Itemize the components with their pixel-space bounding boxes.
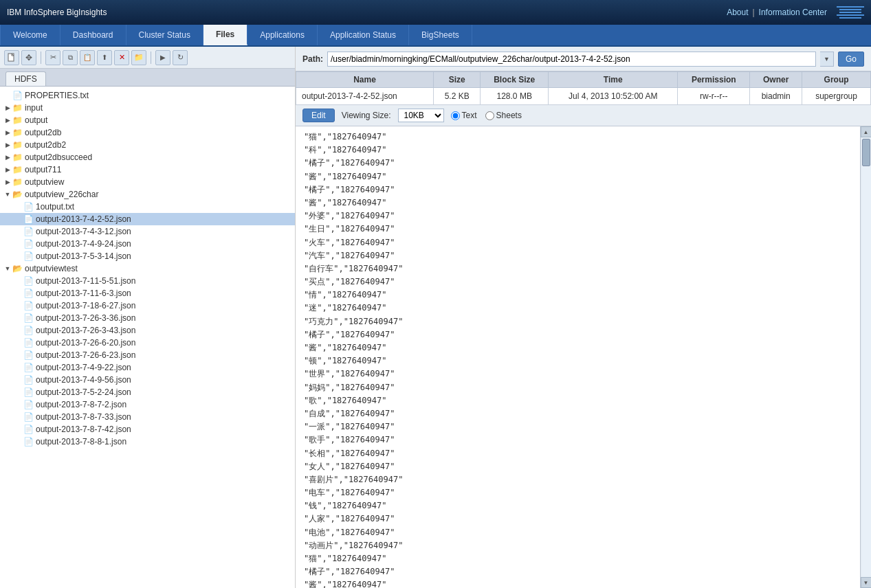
tree-item-output-2013-7-5-3-14[interactable]: 📄output-2013-7-5-3-14.json — [0, 250, 295, 262]
file-tree[interactable]: 📄PROPERTIES.txt ▶📁input ▶📁output ▶📁outpu… — [0, 87, 295, 588]
tab-applications[interactable]: Applications — [247, 25, 318, 45]
tree-toggle-icon[interactable]: ▶ — [3, 152, 12, 162]
content-line: "巧克力","1827640947" — [304, 315, 852, 328]
content-line: "电池","1827640947" — [304, 526, 852, 539]
tree-toggle-icon[interactable]: ▶ — [3, 177, 12, 187]
content-line: "电车","1827640947" — [304, 486, 852, 499]
file-icon: 📄 — [23, 375, 34, 385]
tab-bigsheets[interactable]: BigSheets — [409, 25, 472, 45]
tree-indent — [0, 400, 14, 409]
tree-item-label: output-2013-7-18-6-27.json — [36, 301, 135, 310]
tree-item-output-2013-7-4-9-22[interactable]: 📄output-2013-7-4-9-22.json — [0, 361, 295, 374]
tree-item-output-2013-7-4-2-52[interactable]: 📄output-2013-7-4-2-52.json — [0, 213, 295, 225]
tree-toggle-icon[interactable]: ▼ — [3, 264, 12, 273]
tree-item-output-2013-7-11-6-3[interactable]: 📄output-2013-7-11-6-3.json — [0, 287, 295, 299]
edit-button[interactable]: Edit — [302, 109, 335, 122]
svg-rect-0 — [837, 6, 864, 8]
refresh-button[interactable]: ↻ — [173, 50, 188, 65]
file-content[interactable]: "猫","1827640947""科","1827640947""橘子","18… — [296, 126, 860, 588]
content-line: "酱","1827640947" — [304, 578, 852, 588]
info-center-link[interactable]: Information Center — [759, 8, 827, 17]
tree-item-output-2013-7-4-9-56[interactable]: 📄output-2013-7-4-9-56.json — [0, 374, 295, 386]
file-table-cell-owner: biadmin — [750, 88, 802, 105]
delete-button[interactable]: ✕ — [114, 50, 129, 65]
hdfs-tab[interactable]: HDFS — [5, 71, 46, 86]
tree-item-output-2013-7-11-5-51[interactable]: 📄output-2013-7-11-5-51.json — [0, 275, 295, 287]
tab-files[interactable]: Files — [203, 25, 247, 45]
command-button[interactable]: ▶ — [155, 50, 170, 65]
tab-cluster-status[interactable]: Cluster Status — [126, 25, 203, 45]
tree-item-output-2013-7-8-7-42[interactable]: 📄output-2013-7-8-7-42.json — [0, 423, 295, 436]
tree-item-output[interactable]: ▶📁output — [0, 114, 295, 126]
scroll-track[interactable] — [861, 137, 871, 577]
upload-button[interactable]: ⬆ — [97, 50, 112, 65]
tree-toggle-icon[interactable]: ▶ — [3, 103, 12, 113]
tree-item-label: output2dbsucceed — [25, 152, 92, 162]
content-line: "橘子","1827640947" — [304, 183, 852, 196]
tree-item-output-2013-7-8-8-1[interactable]: 📄output-2013-7-8-8-1.json — [0, 436, 295, 448]
file-icon: 📄 — [23, 437, 34, 446]
tree-item-output-2013-7-4-9-24[interactable]: 📄output-2013-7-4-9-24.json — [0, 238, 295, 250]
scroll-down-button[interactable]: ▼ — [861, 577, 872, 588]
scroll-thumb[interactable] — [862, 139, 870, 166]
file-icon: 📄 — [23, 227, 34, 236]
tree-item-output-2013-7-8-7-2[interactable]: 📄output-2013-7-8-7-2.json — [0, 398, 295, 411]
tree-item-properties[interactable]: 📄PROPERTIES.txt — [0, 89, 295, 102]
new-folder-button[interactable]: 📁 — [131, 50, 146, 65]
new-file-button[interactable] — [4, 50, 19, 65]
path-dropdown-button[interactable]: ▼ — [820, 52, 834, 67]
content-line: "科","1827640947" — [304, 144, 852, 157]
tab-application-status[interactable]: Application Status — [318, 25, 409, 45]
content-line: "长相","1827640947" — [304, 447, 852, 460]
file-icon: 📄 — [23, 276, 34, 286]
path-input[interactable] — [327, 52, 816, 67]
tab-dashboard[interactable]: Dashboard — [60, 25, 126, 45]
tree-item-output2db2[interactable]: ▶📁output2db2 — [0, 139, 295, 151]
tree-item-label: output-2013-7-8-7-42.json — [36, 425, 131, 434]
scroll-up-button[interactable]: ▲ — [861, 126, 872, 137]
tree-item-output-2013-7-26-6-20[interactable]: 📄output-2013-7-26-6-20.json — [0, 337, 295, 349]
tree-item-output-2013-7-5-2-24[interactable]: 📄output-2013-7-5-2-24.json — [0, 386, 295, 398]
tree-toggle-icon[interactable]: ▶ — [3, 115, 12, 125]
file-icon: 📄 — [23, 387, 34, 397]
command-icon: ▶ — [160, 54, 166, 61]
tree-item-output-2013-7-26-3-36[interactable]: 📄output-2013-7-26-3-36.json — [0, 312, 295, 324]
copy-button[interactable]: ⧉ — [63, 50, 78, 65]
paste-button[interactable]: 📋 — [80, 50, 95, 65]
viewing-size-select[interactable]: 10KB 50KB 100KB — [398, 109, 444, 122]
tree-item-input[interactable]: ▶📁input — [0, 102, 295, 114]
tree-item-label: output-2013-7-4-2-52.json — [36, 214, 131, 224]
tree-toggle-icon[interactable]: ▶ — [3, 165, 12, 174]
toolbar: ✥ ✂ ⧉ 📋 ⬆ ✕ 📁 ▶ — [0, 47, 295, 69]
scrollbar[interactable]: ▲ ▼ — [860, 126, 871, 588]
cut-button[interactable]: ✂ — [45, 50, 60, 65]
tab-welcome[interactable]: Welcome — [0, 25, 60, 45]
tree-toggle-icon[interactable]: ▶ — [3, 140, 12, 150]
content-line: "一派","1827640947" — [304, 420, 852, 433]
tree-item-outputview[interactable]: ▶📁outputview — [0, 176, 295, 188]
tree-item-output-2013-7-26-3-43[interactable]: 📄output-2013-7-26-3-43.json — [0, 324, 295, 337]
tree-item-output-2013-7-18-6-27[interactable]: 📄output-2013-7-18-6-27.json — [0, 299, 295, 312]
tree-indent — [0, 202, 14, 212]
text-mode-radio[interactable]: Text — [451, 111, 477, 120]
sheets-mode-radio[interactable]: Sheets — [485, 111, 522, 120]
tree-item-output-2013-7-8-7-33[interactable]: 📄output-2013-7-8-7-33.json — [0, 411, 295, 423]
hdfs-tab-bar: HDFS — [0, 69, 295, 87]
tree-item-output2dbsucceed[interactable]: ▶📁output2dbsucceed — [0, 151, 295, 163]
tree-item-output2db[interactable]: ▶📁output2db — [0, 126, 295, 139]
tree-item-outputviewtest[interactable]: ▼📂outputviewtest — [0, 262, 295, 275]
tree-toggle-icon[interactable]: ▼ — [3, 190, 12, 199]
tree-item-1output[interactable]: 📄1output.txt — [0, 201, 295, 213]
move-button[interactable]: ✥ — [21, 50, 36, 65]
tree-item-output-2013-7-4-3-12[interactable]: 📄output-2013-7-4-3-12.json — [0, 225, 295, 238]
tree-item-outputview_226char[interactable]: ▼📂outputview_226char — [0, 188, 295, 201]
tree-item-output-2013-7-26-6-23[interactable]: 📄output-2013-7-26-6-23.json — [0, 349, 295, 361]
about-link[interactable]: About — [727, 8, 748, 17]
file-table-row[interactable]: output-2013-7-4-2-52.json5.2 KB128.0 MBJ… — [296, 88, 871, 105]
tree-toggle-icon[interactable]: ▶ — [3, 128, 12, 137]
go-button[interactable]: Go — [838, 52, 864, 67]
paste-icon: 📋 — [83, 54, 91, 61]
tree-item-output711[interactable]: ▶📁output711 — [0, 163, 295, 176]
toolbar-sep-2 — [151, 52, 151, 64]
content-line: "自成","1827640947" — [304, 407, 852, 420]
